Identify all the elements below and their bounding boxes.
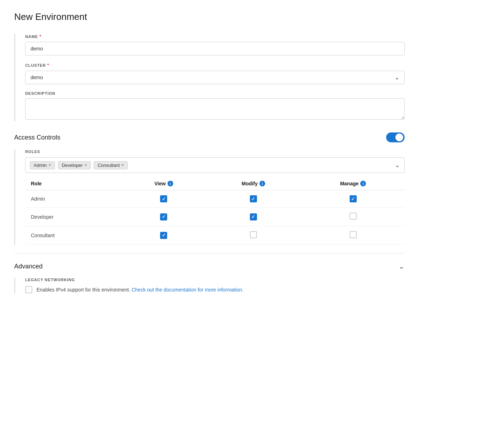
view-checkbox-developer — [122, 208, 205, 226]
access-controls-header: Access Controls — [14, 132, 405, 142]
manage-checkbox-custom-admin — [350, 195, 357, 202]
role-tag-developer: Developer × — [58, 161, 91, 169]
name-input[interactable] — [25, 42, 405, 55]
view-checkbox-label-consultant[interactable] — [160, 232, 167, 239]
col-header-role: Role — [25, 177, 122, 190]
name-label: NAME * — [25, 34, 405, 39]
role-cell-admin: Admin — [25, 190, 122, 208]
legacy-networking-text: Enables IPv4 support for this environmen… — [37, 287, 243, 293]
roles-section: ROLES Admin × Developer × Consultant × ⌄… — [14, 149, 405, 245]
legacy-networking-checkbox-custom — [25, 286, 32, 293]
advanced-title: Advanced — [14, 263, 43, 270]
cluster-required-star: * — [47, 62, 49, 68]
view-checkbox-consultant — [122, 226, 205, 245]
modify-checkbox-custom-admin — [250, 195, 257, 202]
role-tag-admin-label: Admin — [34, 163, 47, 168]
manage-checkbox-label-developer[interactable] — [350, 213, 357, 220]
name-field-group: NAME * — [25, 34, 405, 55]
manage-checkbox-label-consultant[interactable] — [350, 231, 357, 238]
role-tag-admin-remove[interactable]: × — [49, 163, 51, 167]
view-checkbox-label-developer[interactable] — [160, 213, 167, 220]
modify-info-icon[interactable]: i — [259, 181, 265, 186]
permissions-table-header-row: Role View i Modify i Manage — [25, 177, 405, 190]
role-tag-admin: Admin × — [30, 161, 55, 169]
role-cell-developer: Developer — [25, 208, 122, 226]
manage-checkbox-admin — [301, 190, 405, 208]
description-input[interactable] — [25, 98, 405, 120]
access-controls-title: Access Controls — [14, 134, 60, 141]
modify-checkbox-label-developer[interactable] — [250, 213, 257, 220]
page-title: New Environment — [14, 11, 405, 22]
cluster-field-group: CLUSTER * demo ⌄ — [25, 62, 405, 84]
advanced-chevron-icon: ⌄ — [399, 262, 405, 271]
manage-checkbox-label-admin[interactable] — [350, 195, 357, 202]
access-controls-toggle[interactable] — [386, 132, 405, 142]
legacy-networking-section: LEGACY NETWORKING Enables IPv4 support f… — [14, 278, 405, 293]
modify-checkbox-admin — [205, 190, 301, 208]
view-checkbox-admin — [122, 190, 205, 208]
manage-checkbox-custom-consultant — [350, 231, 357, 238]
modify-checkbox-custom-consultant — [250, 231, 257, 238]
roles-input-row[interactable]: Admin × Developer × Consultant × ⌄ — [25, 157, 405, 173]
manage-checkbox-consultant — [301, 226, 405, 245]
modify-checkbox-label-admin[interactable] — [250, 195, 257, 202]
role-tag-consultant: Consultant × — [94, 161, 128, 169]
legacy-networking-row: Enables IPv4 support for this environmen… — [25, 286, 405, 293]
view-checkbox-label-admin[interactable] — [160, 195, 167, 202]
description-field-group: DESCRIPTION — [25, 91, 405, 121]
view-checkbox-custom-developer — [160, 213, 167, 220]
cluster-select[interactable]: demo — [25, 71, 405, 84]
role-tag-consultant-remove[interactable]: × — [121, 163, 124, 167]
legacy-networking-label: LEGACY NETWORKING — [25, 278, 405, 282]
view-checkbox-custom-consultant — [160, 232, 167, 239]
role-tag-developer-remove[interactable]: × — [84, 163, 87, 167]
name-required-star: * — [39, 34, 42, 39]
basic-fields-section: NAME * CLUSTER * demo ⌄ DESCRIPTION — [14, 34, 405, 121]
modify-checkbox-consultant — [205, 226, 301, 245]
modify-checkbox-developer — [205, 208, 301, 226]
manage-info-icon[interactable]: i — [360, 181, 366, 186]
permissions-table: Role View i Modify i Manage — [25, 177, 405, 245]
role-tag-developer-label: Developer — [62, 163, 83, 168]
legacy-networking-checkbox[interactable] — [25, 286, 32, 293]
view-info-icon[interactable]: i — [168, 181, 173, 186]
col-header-view: View i — [122, 177, 205, 190]
roles-tags-container: Admin × Developer × Consultant × — [30, 161, 128, 169]
legacy-networking-docs-link[interactable]: Check out the documentation for more inf… — [132, 287, 243, 293]
table-row: Admin — [25, 190, 405, 208]
roles-dropdown-chevron-icon[interactable]: ⌄ — [395, 161, 400, 169]
col-header-manage: Manage i — [301, 177, 405, 190]
advanced-section: Advanced ⌄ LEGACY NETWORKING Enables IPv… — [14, 253, 405, 293]
table-row: Consultant — [25, 226, 405, 245]
view-checkbox-custom-admin — [160, 195, 167, 202]
roles-label: ROLES — [25, 149, 405, 154]
cluster-label: CLUSTER * — [25, 62, 405, 68]
table-row: Developer — [25, 208, 405, 226]
toggle-slider — [386, 132, 405, 142]
role-cell-consultant: Consultant — [25, 226, 122, 245]
manage-checkbox-custom-developer — [350, 213, 357, 220]
col-header-modify: Modify i — [205, 177, 301, 190]
advanced-section-header[interactable]: Advanced ⌄ — [14, 262, 405, 271]
role-tag-consultant-label: Consultant — [98, 163, 120, 168]
cluster-select-wrapper: demo ⌄ — [25, 71, 405, 84]
modify-checkbox-custom-developer — [250, 213, 257, 220]
modify-checkbox-label-consultant[interactable] — [250, 231, 257, 238]
description-label: DESCRIPTION — [25, 91, 405, 96]
manage-checkbox-developer — [301, 208, 405, 226]
